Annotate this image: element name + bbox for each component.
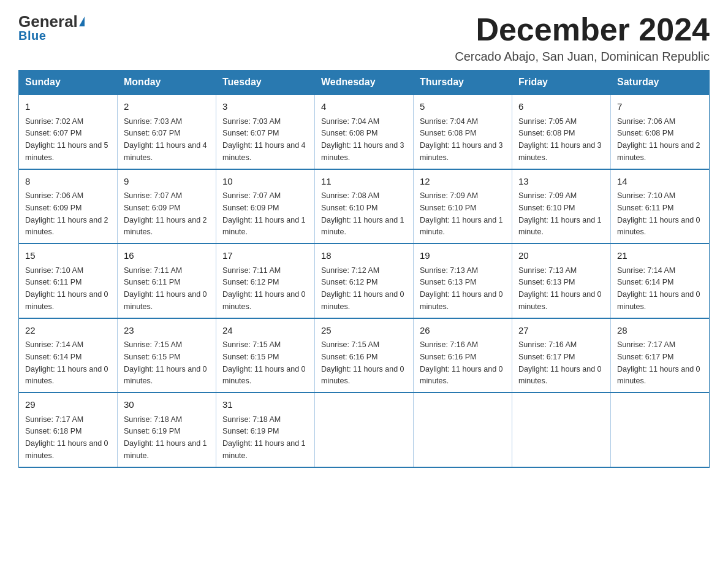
calendar-day-cell: 10 Sunrise: 7:07 AMSunset: 6:09 PMDaylig… [216, 169, 315, 244]
day-number: 17 [222, 249, 308, 263]
day-number: 15 [25, 249, 111, 263]
day-number: 27 [518, 324, 604, 338]
day-info: Sunrise: 7:13 AMSunset: 6:13 PMDaylight:… [518, 266, 602, 311]
day-info: Sunrise: 7:04 AMSunset: 6:08 PMDaylight:… [321, 117, 404, 162]
day-number: 6 [518, 100, 604, 114]
calendar-day-cell: 16 Sunrise: 7:11 AMSunset: 6:11 PMDaylig… [118, 243, 216, 318]
calendar-day-header: Sunday [19, 71, 118, 95]
calendar-day-cell: 6 Sunrise: 7:05 AMSunset: 6:08 PMDayligh… [512, 94, 611, 169]
calendar-table: SundayMondayTuesdayWednesdayThursdayFrid… [18, 70, 710, 468]
calendar-day-cell: 12 Sunrise: 7:09 AMSunset: 6:10 PMDaylig… [414, 169, 512, 244]
calendar-day-cell: 8 Sunrise: 7:06 AMSunset: 6:09 PMDayligh… [19, 169, 118, 244]
day-info: Sunrise: 7:07 AMSunset: 6:09 PMDaylight:… [222, 191, 306, 236]
day-number: 29 [25, 398, 111, 412]
calendar-day-cell: 5 Sunrise: 7:04 AMSunset: 6:08 PMDayligh… [414, 94, 512, 169]
calendar-day-cell: 24 Sunrise: 7:15 AMSunset: 6:15 PMDaylig… [216, 318, 315, 393]
calendar-day-cell: 21 Sunrise: 7:14 AMSunset: 6:14 PMDaylig… [611, 243, 710, 318]
logo-triangle-icon [79, 17, 85, 26]
day-info: Sunrise: 7:15 AMSunset: 6:15 PMDaylight:… [124, 340, 207, 385]
day-info: Sunrise: 7:17 AMSunset: 6:18 PMDaylight:… [25, 415, 108, 460]
calendar-day-cell: 9 Sunrise: 7:07 AMSunset: 6:09 PMDayligh… [118, 169, 216, 244]
day-number: 7 [617, 100, 703, 114]
day-info: Sunrise: 7:14 AMSunset: 6:14 PMDaylight:… [25, 340, 108, 385]
day-info: Sunrise: 7:06 AMSunset: 6:08 PMDaylight:… [617, 117, 700, 162]
day-number: 4 [321, 100, 407, 114]
day-info: Sunrise: 7:03 AMSunset: 6:07 PMDaylight:… [222, 117, 306, 162]
day-info: Sunrise: 7:17 AMSunset: 6:17 PMDaylight:… [617, 340, 700, 385]
month-title: December 2024 [455, 12, 710, 47]
calendar-day-header: Friday [512, 71, 611, 95]
calendar-day-cell: 14 Sunrise: 7:10 AMSunset: 6:11 PMDaylig… [611, 169, 710, 244]
day-info: Sunrise: 7:06 AMSunset: 6:09 PMDaylight:… [25, 191, 108, 236]
day-info: Sunrise: 7:18 AMSunset: 6:19 PMDaylight:… [124, 415, 207, 460]
day-info: Sunrise: 7:10 AMSunset: 6:11 PMDaylight:… [617, 191, 700, 236]
calendar-day-cell: 3 Sunrise: 7:03 AMSunset: 6:07 PMDayligh… [216, 94, 315, 169]
calendar-day-cell: 7 Sunrise: 7:06 AMSunset: 6:08 PMDayligh… [611, 94, 710, 169]
day-number: 11 [321, 175, 407, 189]
calendar-day-cell: 13 Sunrise: 7:09 AMSunset: 6:10 PMDaylig… [512, 169, 611, 244]
day-info: Sunrise: 7:11 AMSunset: 6:11 PMDaylight:… [124, 266, 207, 311]
day-info: Sunrise: 7:05 AMSunset: 6:08 PMDaylight:… [518, 117, 602, 162]
calendar-day-header: Thursday [414, 71, 512, 95]
calendar-week-row: 15 Sunrise: 7:10 AMSunset: 6:11 PMDaylig… [19, 243, 710, 318]
day-number: 26 [420, 324, 506, 338]
day-info: Sunrise: 7:12 AMSunset: 6:12 PMDaylight:… [321, 266, 404, 311]
day-info: Sunrise: 7:09 AMSunset: 6:10 PMDaylight:… [420, 191, 503, 236]
day-number: 16 [124, 249, 210, 263]
day-info: Sunrise: 7:03 AMSunset: 6:07 PMDaylight:… [124, 117, 207, 162]
day-info: Sunrise: 7:10 AMSunset: 6:11 PMDaylight:… [25, 266, 108, 311]
calendar-day-cell: 20 Sunrise: 7:13 AMSunset: 6:13 PMDaylig… [512, 243, 611, 318]
day-number: 23 [124, 324, 210, 338]
day-info: Sunrise: 7:07 AMSunset: 6:09 PMDaylight:… [124, 191, 207, 236]
day-number: 28 [617, 324, 703, 338]
calendar-week-row: 29 Sunrise: 7:17 AMSunset: 6:18 PMDaylig… [19, 393, 710, 467]
calendar-day-cell [315, 393, 414, 467]
day-number: 14 [617, 175, 703, 189]
day-number: 10 [222, 175, 308, 189]
calendar-day-cell: 11 Sunrise: 7:08 AMSunset: 6:10 PMDaylig… [315, 169, 414, 244]
day-number: 1 [25, 100, 111, 114]
calendar-day-cell: 29 Sunrise: 7:17 AMSunset: 6:18 PMDaylig… [19, 393, 118, 467]
calendar-day-cell [611, 393, 710, 467]
day-info: Sunrise: 7:18 AMSunset: 6:19 PMDaylight:… [222, 415, 306, 460]
day-number: 13 [518, 175, 604, 189]
day-info: Sunrise: 7:14 AMSunset: 6:14 PMDaylight:… [617, 266, 700, 311]
day-number: 21 [617, 249, 703, 263]
calendar-day-cell: 25 Sunrise: 7:15 AMSunset: 6:16 PMDaylig… [315, 318, 414, 393]
logo: General Blue [18, 12, 85, 43]
day-info: Sunrise: 7:02 AMSunset: 6:07 PMDaylight:… [25, 117, 108, 162]
day-info: Sunrise: 7:08 AMSunset: 6:10 PMDaylight:… [321, 191, 404, 236]
day-info: Sunrise: 7:16 AMSunset: 6:16 PMDaylight:… [420, 340, 503, 385]
calendar-day-cell: 26 Sunrise: 7:16 AMSunset: 6:16 PMDaylig… [414, 318, 512, 393]
day-number: 22 [25, 324, 111, 338]
day-info: Sunrise: 7:11 AMSunset: 6:12 PMDaylight:… [222, 266, 306, 311]
calendar-week-row: 8 Sunrise: 7:06 AMSunset: 6:09 PMDayligh… [19, 169, 710, 244]
calendar-day-cell: 19 Sunrise: 7:13 AMSunset: 6:13 PMDaylig… [414, 243, 512, 318]
calendar-day-cell [512, 393, 611, 467]
day-number: 30 [124, 398, 210, 412]
location-title: Cercado Abajo, San Juan, Dominican Repub… [455, 50, 710, 64]
day-info: Sunrise: 7:13 AMSunset: 6:13 PMDaylight:… [420, 266, 503, 311]
calendar-day-cell: 1 Sunrise: 7:02 AMSunset: 6:07 PMDayligh… [19, 94, 118, 169]
day-number: 9 [124, 175, 210, 189]
calendar-header-row: SundayMondayTuesdayWednesdayThursdayFrid… [19, 71, 710, 95]
title-section: December 2024 Cercado Abajo, San Juan, D… [455, 12, 710, 64]
calendar-day-cell: 27 Sunrise: 7:16 AMSunset: 6:17 PMDaylig… [512, 318, 611, 393]
calendar-day-header: Wednesday [315, 71, 414, 95]
calendar-day-cell: 22 Sunrise: 7:14 AMSunset: 6:14 PMDaylig… [19, 318, 118, 393]
day-number: 18 [321, 249, 407, 263]
day-number: 3 [222, 100, 308, 114]
calendar-day-header: Tuesday [216, 71, 315, 95]
day-info: Sunrise: 7:16 AMSunset: 6:17 PMDaylight:… [518, 340, 602, 385]
logo-blue: Blue [18, 29, 46, 43]
calendar-day-cell: 2 Sunrise: 7:03 AMSunset: 6:07 PMDayligh… [118, 94, 216, 169]
day-number: 25 [321, 324, 407, 338]
calendar-day-cell: 15 Sunrise: 7:10 AMSunset: 6:11 PMDaylig… [19, 243, 118, 318]
calendar-day-cell: 23 Sunrise: 7:15 AMSunset: 6:15 PMDaylig… [118, 318, 216, 393]
day-number: 12 [420, 175, 506, 189]
calendar-day-cell: 31 Sunrise: 7:18 AMSunset: 6:19 PMDaylig… [216, 393, 315, 467]
day-number: 2 [124, 100, 210, 114]
calendar-day-header: Saturday [611, 71, 710, 95]
calendar-day-cell: 30 Sunrise: 7:18 AMSunset: 6:19 PMDaylig… [118, 393, 216, 467]
day-number: 31 [222, 398, 308, 412]
